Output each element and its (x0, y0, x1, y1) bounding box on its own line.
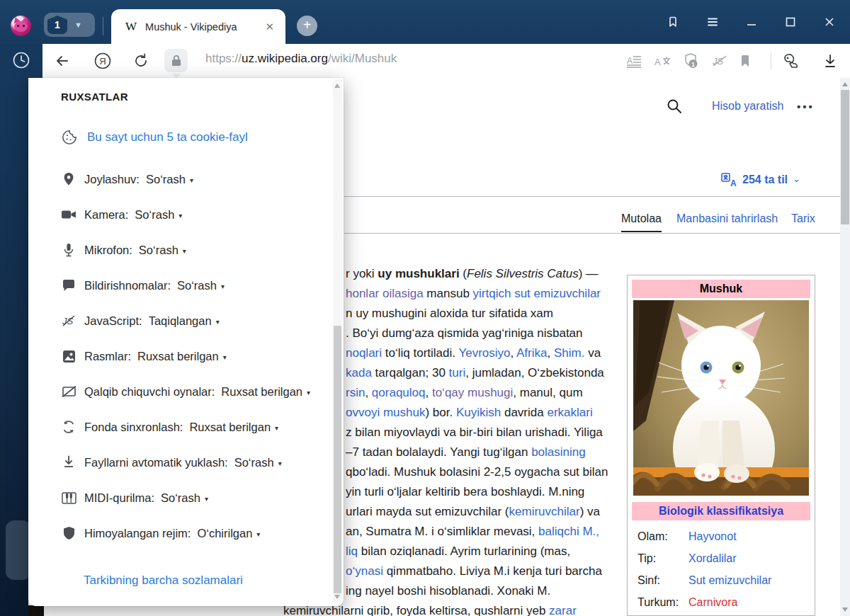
caret-down-icon[interactable]: ▾ (205, 495, 208, 503)
search-icon[interactable] (666, 98, 683, 115)
tab-group-chip[interactable]: 1 ▼ (44, 13, 95, 37)
infobox-image[interactable] (633, 300, 809, 496)
article-link[interactable]: Kuyikish (456, 406, 501, 419)
password-manager-icon[interactable] (782, 51, 802, 71)
article-tab-2[interactable]: Tarix (791, 212, 815, 225)
caret-down-icon[interactable]: ▾ (275, 424, 278, 432)
permission-value-dropdown[interactable]: Ruxsat berilgan (221, 385, 302, 399)
permission-value-dropdown[interactable]: Soʻrash (139, 244, 178, 257)
caret-down-icon[interactable]: ▾ (307, 389, 310, 397)
protect-shield-icon[interactable]: 1 (681, 51, 701, 71)
downloads-icon[interactable] (820, 51, 840, 71)
menu-icon[interactable] (703, 13, 722, 31)
permission-value-dropdown[interactable]: Soʻrash (135, 208, 174, 222)
article-link[interactable]: baliqchi M., (538, 525, 599, 538)
scrollbar-thumb[interactable] (841, 90, 849, 224)
article-link[interactable]: Yevrosiyo (458, 346, 510, 360)
article-link[interactable]: erkaklari (547, 406, 592, 419)
article-thumbnail[interactable] (67, 605, 266, 616)
article-text: ) bor. (425, 406, 455, 419)
yandex-services-icon[interactable]: Я (93, 51, 113, 71)
cookies-link[interactable]: Bu sayt uchun 5 ta cookie-fayl (87, 130, 248, 144)
scroll-down-icon[interactable] (334, 595, 340, 599)
infobox-row-link[interactable]: Carnivora (688, 596, 737, 609)
site-security-button[interactable] (164, 49, 188, 72)
chevron-down-icon[interactable]: ▼ (74, 21, 82, 29)
scroll-down-icon[interactable] (842, 608, 848, 612)
permission-value-dropdown[interactable]: Soʻrash (177, 279, 217, 292)
caret-down-icon[interactable]: ▾ (223, 353, 227, 361)
article-line: z bilan miyovlaydi va bir-biri bilan uri… (346, 423, 643, 443)
article-link[interactable]: liq (346, 544, 358, 558)
reload-icon[interactable] (131, 51, 151, 71)
reader-mode-icon[interactable]: A (624, 51, 644, 71)
scrollbar-thumb[interactable] (334, 326, 341, 593)
page-scrollbar[interactable] (840, 78, 850, 616)
caret-down-icon[interactable]: ▾ (178, 212, 182, 219)
permission-value-dropdown[interactable]: Ruxsat berilgan (137, 350, 219, 363)
language-selector[interactable]: A 254 ta til ⌄ (721, 173, 800, 187)
javascript-disabled-icon[interactable]: JS (710, 51, 730, 71)
caret-down-icon[interactable]: ▾ (278, 460, 282, 467)
infobox-row-link[interactable]: Xordalilar (688, 552, 737, 565)
article-link[interactable]: bolasining (531, 445, 586, 459)
minimize-icon[interactable] (742, 13, 761, 31)
article-link[interactable]: Afrika (516, 346, 547, 360)
article-link[interactable]: ovvoyi mushuk (346, 406, 425, 419)
article-link[interactable]: oʻynasi (346, 564, 383, 578)
article-line: r yoki uy mushuklari (Felis Silvestris C… (346, 264, 643, 284)
permission-value-dropdown[interactable]: Soʻrash (234, 456, 274, 469)
history-clock-icon[interactable] (11, 50, 31, 70)
infobox-section-title: Biologik klassifikatsiya (632, 502, 810, 520)
article-text: mansub (424, 287, 473, 300)
article-link[interactable]: turi (449, 366, 466, 380)
article-tab-1[interactable]: Manbasini tahrirlash (676, 212, 778, 225)
scroll-up-icon[interactable] (334, 84, 340, 88)
article-link[interactable]: honlar oilasiga (346, 287, 424, 300)
article-link[interactable]: qoraquloq (372, 386, 426, 399)
permission-value-dropdown[interactable]: Ruxsat berilgan (189, 421, 271, 434)
more-options-icon[interactable]: ••• (797, 101, 815, 113)
all-content-settings-link[interactable]: Tarkibning barcha sozlamalari (84, 574, 243, 588)
caret-down-icon[interactable]: ▾ (216, 318, 220, 326)
scroll-up-icon[interactable] (842, 82, 848, 86)
article-link[interactable]: kada (346, 366, 372, 380)
bookmark-icon[interactable] (735, 51, 755, 71)
lock-icon (171, 55, 182, 67)
create-account-link[interactable]: Hisob yaratish (712, 100, 783, 113)
caret-down-icon[interactable]: ▾ (221, 283, 225, 290)
article-link[interactable]: toʻqay mushugi (432, 386, 513, 399)
permission-row-microphone: Mikrofon:Soʻrash▾ (61, 232, 330, 268)
article-link[interactable]: rsin (346, 386, 365, 399)
infobox-row-link[interactable]: Sut emizuvchilar (688, 574, 771, 587)
profile-avatar[interactable] (11, 16, 31, 36)
tab-close-icon[interactable]: ✕ (265, 21, 274, 33)
caret-down-icon[interactable]: ▾ (183, 247, 186, 255)
translate-icon[interactable]: A (653, 51, 673, 71)
article-link[interactable]: zarar (549, 604, 577, 616)
permission-value-dropdown[interactable]: Oʻchirilgan (197, 527, 252, 540)
permission-value-dropdown[interactable]: Soʻrash (161, 491, 200, 505)
back-icon[interactable] (52, 51, 72, 71)
panel-scrollbar[interactable] (333, 79, 342, 603)
cookie-icon (61, 129, 78, 146)
article-tab-0[interactable]: Mutolaa (621, 212, 662, 225)
browser-tab[interactable]: W Mushuk - Vikipediya ✕ (111, 9, 285, 44)
article-link[interactable]: yirtqich sut emizuvchilar (473, 287, 601, 300)
article-link[interactable]: kemiruvchilar (509, 505, 580, 518)
permission-value-dropdown[interactable]: Soʻrash (146, 173, 186, 186)
close-window-icon[interactable] (820, 13, 839, 31)
caret-down-icon[interactable]: ▾ (256, 530, 260, 538)
article-link[interactable]: Shim. (554, 346, 584, 360)
url-scheme: https:// (205, 52, 242, 65)
article-text: , (425, 386, 431, 399)
address-bar[interactable]: https://uz.wikipedia.org/wiki/Mushuk (205, 52, 397, 66)
maximize-icon[interactable] (781, 13, 800, 31)
article-link[interactable]: noqlari (346, 346, 382, 360)
caret-down-icon[interactable]: ▾ (190, 176, 193, 184)
bookmarks-panel-icon[interactable] (664, 13, 683, 31)
permission-value-dropdown[interactable]: Taqiqlangan (149, 314, 212, 328)
infobox-row-label: Tip: (638, 552, 688, 565)
new-tab-button[interactable]: + (297, 16, 317, 36)
infobox-row-link[interactable]: Hayvonot (688, 530, 737, 543)
